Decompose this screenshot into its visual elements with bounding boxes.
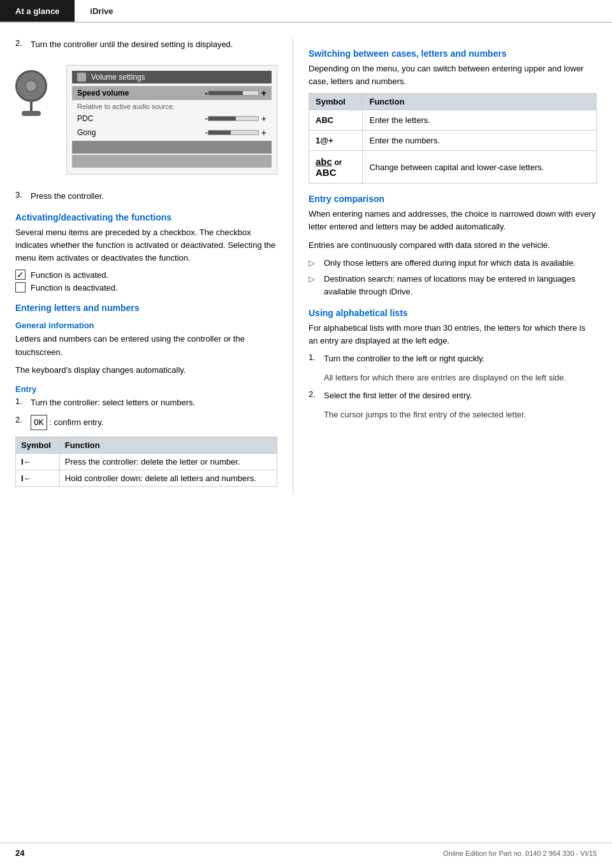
volume-pdc-label: PDC — [77, 114, 205, 123]
main-content: 2. Turn the controller until the desired… — [0, 23, 612, 495]
volume-title: Volume settings — [91, 73, 145, 82]
tab-at-a-glance[interactable]: At a glance — [0, 0, 75, 22]
step-3: 3. Press the controller. — [15, 190, 277, 203]
volume-row-pdc: PDC - + — [72, 112, 272, 126]
checkbox-deactivated-label: Function is deactivated. — [31, 283, 118, 293]
sym-row2-symbol: I← — [16, 470, 60, 486]
alphabetical-heading: Using alphabetical lists — [309, 308, 597, 318]
entry-step-1-number: 1. — [15, 396, 31, 409]
alph-step-1-sub: All letters for which there are entries … — [324, 372, 597, 384]
step-3-text: Press the controller. — [31, 190, 104, 203]
right-sym-row-2: 1@+ Enter the numbers. — [309, 131, 597, 151]
volume-row-speed: Speed volume - + — [72, 86, 272, 100]
checkbox-unchecked-icon — [15, 282, 26, 293]
activating-heading: Activating/deactivating the functions — [15, 212, 277, 222]
tab-idrive[interactable]: iDrive — [75, 0, 128, 22]
volume-plus-2: + — [261, 113, 266, 124]
volume-section-label: Relative to active audio source: — [72, 100, 272, 112]
sym-table-col1: Symbol — [16, 437, 60, 453]
entry-comparison-text-1: When entering names and addresses, the c… — [309, 208, 597, 233]
entry-step-2: 2. OK : confirm entry. — [15, 415, 277, 430]
alph-step-1-text: Turn the controller to the left or right… — [324, 352, 484, 365]
page-number: 24 — [15, 848, 24, 858]
bullet-arrow-1: ▷ — [309, 257, 319, 270]
volume-slider-2 — [208, 116, 259, 121]
activating-text: Several menu items are preceded by a che… — [15, 226, 277, 264]
sym-table-col2: Function — [59, 437, 277, 453]
bullet-2: ▷ Destination search: names of locations… — [309, 273, 597, 298]
sym-row1-symbol: I← — [16, 453, 60, 470]
bullet-1: ▷ Only those letters are offered during … — [309, 257, 597, 270]
sym-table-row-2: I← Hold controller down: delete all lett… — [16, 470, 277, 486]
bullet-1-text: Only those letters are offered during in… — [324, 257, 576, 270]
right-sym-abc-lower: abc — [316, 156, 332, 167]
page-footer: 24 Online Edition for Part no. 0140 2 96… — [0, 843, 612, 858]
checkbox-activated: ✓ Function is activated. — [15, 270, 277, 280]
entry-comparison-text-2: Entries are continuously compared with d… — [309, 239, 597, 252]
page-header: At a glance iDrive — [0, 0, 612, 23]
step-2-text: Turn the controller until the desired se… — [31, 38, 233, 51]
ok-symbol: OK — [31, 415, 47, 430]
sym-row1-function: Press the controller: delete the letter … — [59, 453, 277, 470]
left-column: 2. Turn the controller until the desired… — [0, 38, 293, 495]
alphabetical-text: For alphabetical lists with more than 30… — [309, 322, 597, 347]
right-sym-row3-function: Change between capital and lower-case le… — [363, 151, 597, 184]
footer-info: Online Edition for Part no. 0140 2 964 3… — [443, 850, 597, 857]
step-2: 2. Turn the controller until the desired… — [15, 38, 277, 51]
alph-step-1: 1. Turn the controller to the left or ri… — [309, 352, 597, 365]
right-sym-row2-symbol: 1@+ — [309, 131, 363, 151]
volume-row-gong: Gong - + — [72, 126, 272, 140]
volume-slider-fill-2 — [208, 117, 236, 120]
sym-table-row-1: I← Press the controller: delete the lett… — [16, 453, 277, 470]
right-sym-row2-function: Enter the numbers. — [363, 131, 597, 151]
volume-plus-1: + — [261, 88, 266, 98]
volume-slider-3 — [208, 130, 259, 135]
right-sym-row3-symbol: abc or ABC — [309, 151, 363, 184]
volume-slider-fill-1 — [208, 91, 244, 95]
volume-slider-fill-3 — [208, 131, 231, 134]
entry-step-1-text: Turn the controller: select letters or n… — [31, 396, 195, 409]
switching-heading: Switching between cases, letters and num… — [309, 48, 597, 59]
alph-step-2-number: 2. — [309, 389, 324, 402]
entry-subheading: Entry — [15, 384, 277, 394]
checkbox-activated-label: Function is activated. — [31, 270, 108, 280]
general-text-2: The keyboard's display changes automatic… — [15, 364, 277, 377]
right-sym-or: or — [334, 158, 342, 167]
right-sym-row-1: ABC Enter the letters. — [309, 110, 597, 131]
entry-comparison-heading: Entry comparison — [309, 194, 597, 204]
right-sym-row1-function: Enter the letters. — [363, 110, 597, 131]
checkbox-checked-icon: ✓ — [15, 270, 26, 280]
entry-step-2-text: OK : confirm entry. — [31, 415, 103, 430]
step-3-number: 3. — [15, 190, 31, 203]
right-sym-row-3: abc or ABC Change between capital and lo… — [309, 151, 597, 184]
switching-text: Depending on the menu, you can switch be… — [309, 62, 597, 88]
right-sym-col2: Function — [363, 94, 597, 110]
alph-step-2-text: Select the first letter of the desired e… — [324, 389, 472, 402]
controller-knob — [15, 70, 47, 116]
bullet-arrow-2: ▷ — [309, 273, 319, 298]
volume-title-bar: Volume settings — [72, 71, 272, 83]
volume-dark-row-2 — [72, 155, 272, 168]
right-sym-row1-symbol: ABC — [309, 110, 363, 131]
volume-dark-row-1 — [72, 141, 272, 154]
checkbox-deactivated: Function is deactivated. — [15, 282, 277, 293]
entry-step-1: 1. Turn the controller: select letters o… — [15, 396, 277, 409]
volume-settings-panel: Volume settings Speed volume - + Relativ… — [66, 65, 277, 175]
volume-gong-label: Gong — [77, 128, 205, 137]
general-info-heading: General information — [15, 321, 277, 330]
bullet-2-text: Destination search: names of locations m… — [324, 273, 597, 298]
entry-step-2-confirm: : confirm entry. — [49, 417, 103, 427]
volume-illustration-container: Volume settings Speed volume - + Relativ… — [15, 57, 277, 182]
home-icon — [77, 73, 86, 82]
volume-slider-1 — [208, 90, 259, 96]
right-column: Switching between cases, letters and num… — [293, 38, 612, 495]
step-2-number: 2. — [15, 38, 31, 51]
right-symbol-table: Symbol Function ABC Enter the letters. 1… — [309, 93, 597, 184]
alph-step-1-number: 1. — [309, 352, 324, 365]
volume-plus-3: + — [261, 127, 266, 138]
symbol-table: Symbol Function I← Press the controller:… — [15, 437, 277, 487]
volume-speed-label: Speed volume — [77, 89, 205, 98]
right-sym-abc-upper: ABC — [316, 167, 337, 178]
right-sym-col1: Symbol — [309, 94, 363, 110]
entry-step-2-number: 2. — [15, 415, 31, 430]
